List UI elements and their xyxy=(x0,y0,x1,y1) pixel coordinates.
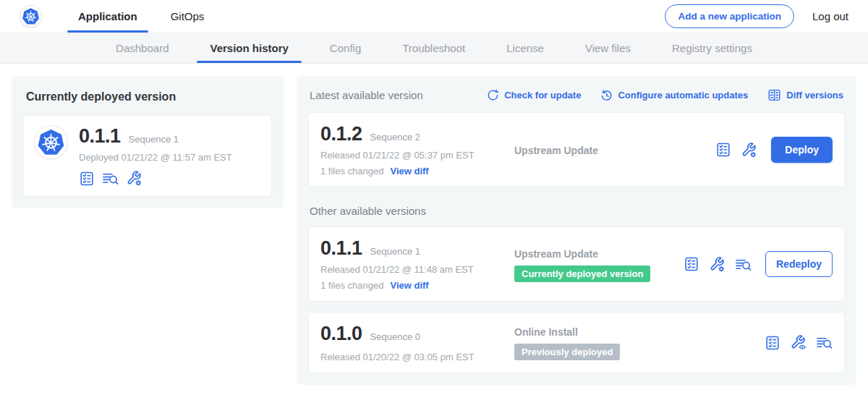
version-card-0-1-1: 0.1.1 Sequence 1 Released 01/21/22 @ 11:… xyxy=(308,226,845,302)
subnav-tab-dashboard[interactable]: Dashboard xyxy=(116,33,169,63)
previously-deployed-badge: Previously deployed xyxy=(514,344,620,360)
released-timestamp: Released 01/20/22 @ 03:05 pm EST xyxy=(320,352,504,362)
version-card-0-1-0: 0.1.0 Sequence 0 Released 01/20/22 @ 03:… xyxy=(308,312,845,373)
sequence-label: Sequence 1 xyxy=(370,246,420,257)
subnav-tab-label: Dashboard xyxy=(116,42,169,54)
deployed-timestamp: Deployed 01/21/22 @ 11:57 am EST xyxy=(79,152,232,163)
subnav-tab-troubleshoot[interactable]: Troubleshoot xyxy=(402,33,465,63)
subnav-tab-license[interactable]: License xyxy=(506,33,544,63)
tab-gitops-label: GitOps xyxy=(171,10,205,22)
version-number: 0.1.2 xyxy=(320,123,362,145)
checklist-icon xyxy=(765,335,780,351)
subnav-tab-registry-settings[interactable]: Registry settings xyxy=(672,33,752,63)
app-subnav: Dashboard Version history Config Trouble… xyxy=(0,33,868,64)
clock-arrow-icon xyxy=(600,89,613,101)
release-notes-button[interactable] xyxy=(715,142,731,158)
tab-gitops[interactable]: GitOps xyxy=(160,0,216,33)
other-versions-title: Other available versions xyxy=(310,205,843,217)
wrench-gear-icon xyxy=(709,256,726,273)
refresh-icon xyxy=(487,89,499,101)
sequence-label: Sequence 0 xyxy=(370,331,420,342)
subnav-tab-version-history[interactable]: Version history xyxy=(210,33,288,63)
checklist-icon xyxy=(79,171,95,187)
log-search-icon xyxy=(816,334,833,351)
released-timestamp: Released 01/21/22 @ 11:48 am EST xyxy=(320,264,504,275)
release-notes-button[interactable] xyxy=(79,171,95,187)
released-timestamp: Released 01/21/22 @ 05:37 pm EST xyxy=(320,150,504,161)
deployed-sequence: Sequence 1 xyxy=(129,134,179,145)
version-number: 0.1.0 xyxy=(320,323,362,345)
configure-automatic-updates-link[interactable]: Configure automatic updates xyxy=(600,89,748,101)
currently-deployed-badge: Currently deployed version xyxy=(514,265,650,282)
available-versions-panel: Latest available version Check for updat… xyxy=(297,76,856,385)
check-for-update-label: Check for update xyxy=(504,90,581,101)
tab-application-label: Application xyxy=(78,10,137,22)
version-source-label: Upstream Update xyxy=(514,145,710,156)
kubernetes-logo xyxy=(20,5,42,27)
version-source-label: Upstream Update xyxy=(514,248,678,260)
log-search-icon xyxy=(735,256,752,273)
files-changed-label: 1 files changed xyxy=(320,280,383,291)
view-logs-button[interactable] xyxy=(102,170,119,187)
top-tabs: Application GitOps xyxy=(67,0,215,33)
subnav-tab-view-files[interactable]: View files xyxy=(585,33,631,63)
diff-columns-icon xyxy=(767,88,781,102)
subnav-tab-label: License xyxy=(506,42,544,54)
release-notes-button[interactable] xyxy=(765,335,780,351)
deploy-button[interactable]: Deploy xyxy=(771,137,833,163)
checklist-icon xyxy=(684,256,699,272)
check-for-update-link[interactable]: Check for update xyxy=(487,89,581,101)
deployed-panel-title: Currently deployed version xyxy=(26,90,272,103)
redeploy-button[interactable]: Redeploy xyxy=(765,251,833,277)
view-config-button[interactable] xyxy=(790,334,807,351)
view-diff-link[interactable]: View diff xyxy=(390,280,428,291)
configure-automatic-updates-label: Configure automatic updates xyxy=(618,90,748,101)
deployed-version-number: 0.1.1 xyxy=(79,125,121,148)
wrench-gear-icon xyxy=(741,142,757,158)
wrench-gear-icon xyxy=(126,170,142,187)
subnav-tab-config[interactable]: Config xyxy=(330,33,361,63)
subnav-tab-label: Registry settings xyxy=(672,42,752,54)
edit-config-button[interactable] xyxy=(709,256,726,273)
sequence-label: Sequence 2 xyxy=(370,132,420,143)
version-card-0-1-2: 0.1.2 Sequence 2 Released 01/21/22 @ 05:… xyxy=(308,112,845,187)
deployed-version-card: 0.1.1 Sequence 1 Deployed 01/21/22 @ 11:… xyxy=(23,115,272,197)
subnav-tab-label: Troubleshoot xyxy=(402,42,465,54)
app-logo xyxy=(34,125,68,159)
log-search-icon xyxy=(102,170,119,187)
view-logs-button[interactable] xyxy=(816,334,833,351)
kubernetes-helm-icon xyxy=(22,7,40,25)
checklist-icon xyxy=(715,142,731,158)
version-number: 0.1.1 xyxy=(320,237,362,260)
files-changed-label: 1 files changed xyxy=(320,166,383,177)
latest-available-title: Latest available version xyxy=(310,89,423,101)
subnav-tab-label: Config xyxy=(330,42,361,54)
tab-application[interactable]: Application xyxy=(67,0,148,33)
edit-config-button[interactable] xyxy=(126,170,142,187)
logout-link[interactable]: Log out xyxy=(812,10,848,22)
kubernetes-helm-icon xyxy=(37,128,65,156)
edit-config-button[interactable] xyxy=(741,142,757,158)
view-logs-button[interactable] xyxy=(735,256,752,273)
diff-versions-label: Diff versions xyxy=(786,90,843,101)
main-content: Currently deployed version 0.1.1 Sequenc… xyxy=(0,64,868,385)
wrench-eye-icon xyxy=(790,334,807,351)
top-navbar: Application GitOps Add a new application… xyxy=(0,0,868,33)
diff-versions-link[interactable]: Diff versions xyxy=(767,88,843,102)
view-diff-link[interactable]: View diff xyxy=(390,166,428,177)
release-notes-button[interactable] xyxy=(684,256,699,272)
currently-deployed-panel: Currently deployed version 0.1.1 Sequenc… xyxy=(12,76,284,208)
subnav-tab-label: Version history xyxy=(210,42,288,54)
version-source-label: Online Install xyxy=(514,326,759,338)
subnav-tab-label: View files xyxy=(585,42,631,54)
add-application-button[interactable]: Add a new application xyxy=(665,4,794,28)
